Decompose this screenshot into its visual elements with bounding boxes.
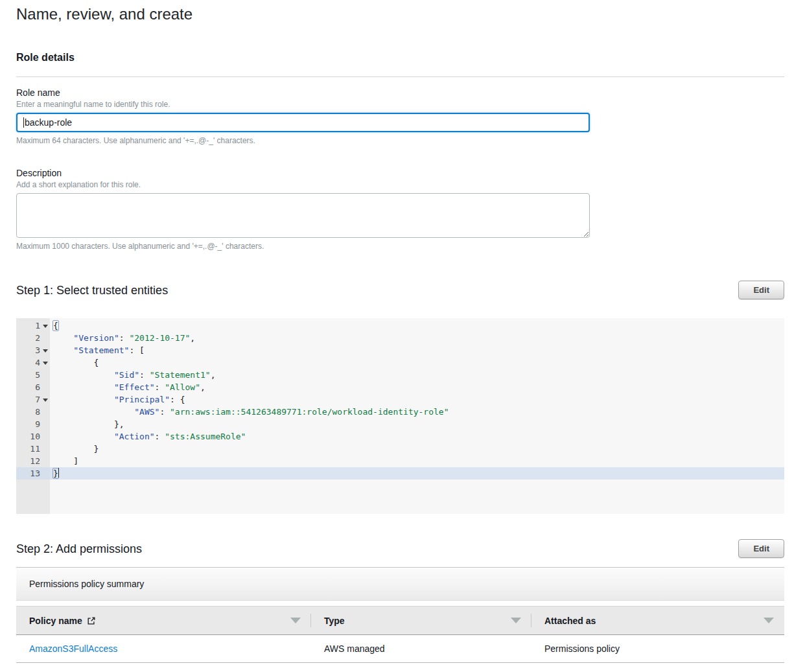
json-punctuation	[53, 333, 73, 343]
code-line[interactable]: "AWS": "arn:aws:iam::541263489771:role/w…	[50, 406, 784, 418]
table-row: AmazonS3FullAccessAWS managedPermissions…	[16, 635, 784, 663]
permissions-panel: Permissions policy summary Policy nameTy…	[16, 567, 784, 663]
panel-title: Permissions policy summary	[29, 579, 144, 589]
role-name-help: Enter a meaningful name to identify this…	[16, 100, 784, 109]
code-area[interactable]: { "Version": "2012-10-17", "Statement": …	[50, 318, 784, 514]
column-header-attached-as: Attached as	[531, 607, 784, 634]
code-line[interactable]: }	[50, 443, 784, 455]
table-header-row: Policy nameTypeAttached as	[16, 606, 784, 635]
column-header-label: Policy name	[29, 616, 82, 626]
attached-as-cell: Permissions policy	[531, 643, 784, 654]
json-punctuation	[53, 432, 114, 441]
json-value: "arn:aws:iam::541263489771:role/workload…	[170, 407, 449, 417]
json-punctuation: :	[155, 432, 165, 441]
json-key: "Version"	[73, 333, 119, 343]
json-punctuation	[53, 395, 114, 404]
line-number: 7	[16, 393, 50, 406]
json-value: "Statement1"	[150, 370, 211, 380]
fold-arrow-icon[interactable]	[43, 325, 48, 328]
json-punctuation: :	[155, 382, 165, 392]
code-line[interactable]: },	[50, 418, 784, 430]
sort-filter-icon[interactable]	[764, 618, 774, 623]
line-number: 6	[16, 381, 50, 393]
fold-arrow-icon[interactable]	[43, 349, 48, 353]
step1-header: Step 1: Select trusted entities Edit	[16, 281, 784, 299]
code-line[interactable]: "Version": "2012-10-17",	[50, 332, 784, 344]
step1-edit-button[interactable]: Edit	[738, 281, 784, 299]
fold-arrow-icon[interactable]	[43, 362, 48, 365]
json-punctuation: {	[53, 358, 99, 367]
divider	[16, 76, 784, 77]
json-punctuation: }	[53, 444, 99, 454]
json-punctuation	[53, 382, 114, 392]
json-punctuation: : [	[129, 345, 144, 355]
page-title: Name, review, and create	[16, 4, 784, 25]
description-field: Description Add a short explanation for …	[16, 167, 784, 251]
line-number: 4	[16, 356, 50, 369]
json-punctuation: {	[52, 320, 59, 331]
json-value: "sts:AssumeRole"	[165, 432, 246, 441]
json-key: "AWS"	[134, 407, 159, 417]
code-line[interactable]: ]	[50, 455, 784, 467]
line-number: 9	[16, 418, 50, 430]
code-line[interactable]: "Statement": [	[50, 344, 784, 356]
code-line[interactable]: "Sid": "Statement1",	[50, 369, 784, 381]
json-punctuation: },	[53, 419, 124, 429]
role-name-field: Role name Enter a meaningful name to ide…	[16, 87, 784, 145]
column-header-label: Attached as	[544, 616, 596, 626]
panel-header: Permissions policy summary	[16, 567, 784, 601]
line-number: 1	[16, 319, 50, 332]
role-name-value: backup-role	[25, 117, 72, 128]
step1-heading: Step 1: Select trusted entities	[16, 283, 168, 297]
table-body: AmazonS3FullAccessAWS managedPermissions…	[16, 635, 784, 663]
json-key: "Effect"	[114, 382, 155, 392]
editor-cursor	[58, 468, 59, 478]
code-line[interactable]: {	[50, 356, 784, 369]
json-value: "Allow"	[165, 382, 200, 392]
role-name-label: Role name	[16, 87, 784, 98]
json-punctuation	[53, 345, 73, 355]
json-key: "Principal"	[114, 395, 170, 404]
type-cell: AWS managed	[311, 643, 531, 654]
role-name-constraint: Maximum 64 characters. Use alphanumeric …	[16, 136, 784, 145]
code-line[interactable]: "Principal": {	[50, 393, 784, 406]
role-details-heading: Role details	[16, 52, 784, 64]
json-key: "Action"	[114, 432, 155, 441]
policy-editor[interactable]: 12345678910111213 { "Version": "2012-10-…	[16, 318, 784, 514]
json-punctuation: ,	[200, 382, 205, 392]
json-punctuation: ,	[211, 370, 216, 380]
line-numbers-gutter: 12345678910111213	[16, 318, 50, 514]
line-number: 3	[16, 344, 50, 356]
json-punctuation	[53, 407, 134, 417]
json-punctuation: :	[139, 370, 150, 380]
line-number: 12	[16, 455, 50, 467]
column-header-label: Type	[324, 616, 345, 626]
line-number: 5	[16, 369, 50, 381]
line-number: 8	[16, 406, 50, 418]
sort-filter-icon[interactable]	[290, 618, 301, 623]
fold-arrow-icon[interactable]	[43, 399, 48, 402]
step2-header: Step 2: Add permissions Edit	[16, 539, 784, 558]
code-line[interactable]: }	[50, 467, 784, 480]
line-number: 11	[16, 443, 50, 455]
column-header-policy-name: Policy name	[16, 607, 311, 634]
description-label: Description	[16, 167, 784, 179]
sort-filter-icon[interactable]	[511, 618, 521, 623]
line-number: 10	[16, 430, 50, 443]
policy-name-link[interactable]: AmazonS3FullAccess	[29, 643, 117, 654]
external-link-icon	[87, 616, 96, 625]
code-line[interactable]: "Action": "sts:AssumeRole"	[50, 430, 784, 443]
text-cursor	[23, 117, 24, 128]
description-constraint: Maximum 1000 characters. Use alphanumeri…	[16, 242, 784, 251]
page-content: Name, review, and create Role details Ro…	[0, 0, 805, 672]
step2-edit-button[interactable]: Edit	[738, 539, 784, 558]
json-key: "Statement"	[73, 345, 129, 355]
json-punctuation: :	[159, 407, 170, 417]
step2-heading: Step 2: Add permissions	[16, 542, 142, 556]
code-line[interactable]: {	[50, 319, 784, 332]
description-textarea[interactable]	[16, 193, 590, 238]
code-line[interactable]: "Effect": "Allow",	[50, 381, 784, 393]
policy-table: Policy nameTypeAttached as AmazonS3FullA…	[16, 606, 784, 663]
line-number: 2	[16, 332, 50, 344]
role-name-input[interactable]: backup-role	[16, 113, 590, 132]
